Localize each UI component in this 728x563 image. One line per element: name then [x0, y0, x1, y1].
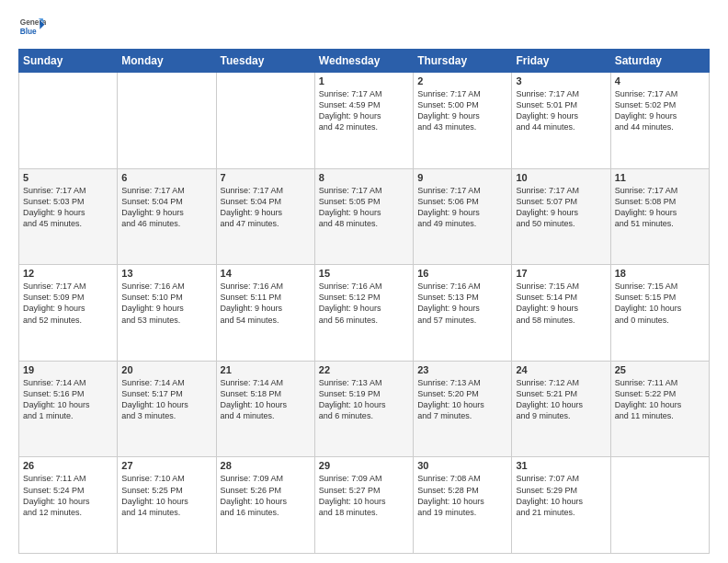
- calendar-week-row: 12Sunrise: 7:17 AM Sunset: 5:09 PM Dayli…: [19, 265, 710, 362]
- day-info: Sunrise: 7:11 AM Sunset: 5:22 PM Dayligh…: [615, 377, 705, 422]
- calendar-cell: [118, 73, 216, 169]
- day-number: 5: [23, 172, 113, 183]
- day-number: 26: [23, 460, 113, 471]
- calendar-cell: [610, 457, 709, 554]
- day-info: Sunrise: 7:10 AM Sunset: 5:25 PM Dayligh…: [121, 473, 211, 518]
- day-number: 22: [319, 364, 409, 375]
- day-info: Sunrise: 7:17 AM Sunset: 5:01 PM Dayligh…: [516, 88, 606, 133]
- calendar-cell: 17Sunrise: 7:15 AM Sunset: 5:14 PM Dayli…: [512, 265, 610, 362]
- day-info: Sunrise: 7:15 AM Sunset: 5:14 PM Dayligh…: [516, 281, 606, 326]
- header: General Blue: [18, 14, 710, 41]
- day-number: 7: [221, 172, 311, 183]
- calendar-cell: 31Sunrise: 7:07 AM Sunset: 5:29 PM Dayli…: [512, 457, 610, 554]
- calendar-week-row: 19Sunrise: 7:14 AM Sunset: 5:16 PM Dayli…: [19, 361, 710, 457]
- calendar-cell: 23Sunrise: 7:13 AM Sunset: 5:20 PM Dayli…: [414, 361, 512, 457]
- day-info: Sunrise: 7:12 AM Sunset: 5:21 PM Dayligh…: [516, 377, 606, 422]
- svg-text:Blue: Blue: [20, 27, 37, 36]
- calendar-cell: 25Sunrise: 7:11 AM Sunset: 5:22 PM Dayli…: [610, 361, 709, 457]
- day-info: Sunrise: 7:17 AM Sunset: 5:05 PM Dayligh…: [319, 185, 409, 230]
- day-info: Sunrise: 7:13 AM Sunset: 5:19 PM Dayligh…: [319, 377, 409, 422]
- weekday-header: Thursday: [414, 50, 512, 73]
- day-number: 15: [319, 268, 409, 279]
- day-number: 3: [516, 75, 606, 86]
- calendar-cell: 3Sunrise: 7:17 AM Sunset: 5:01 PM Daylig…: [512, 73, 610, 169]
- day-info: Sunrise: 7:17 AM Sunset: 5:09 PM Dayligh…: [23, 281, 113, 326]
- day-info: Sunrise: 7:09 AM Sunset: 5:26 PM Dayligh…: [221, 473, 311, 518]
- day-info: Sunrise: 7:17 AM Sunset: 5:03 PM Dayligh…: [23, 185, 113, 230]
- weekday-header: Wednesday: [314, 50, 413, 73]
- calendar-cell: 13Sunrise: 7:16 AM Sunset: 5:10 PM Dayli…: [118, 265, 216, 362]
- calendar-cell: 24Sunrise: 7:12 AM Sunset: 5:21 PM Dayli…: [512, 361, 610, 457]
- day-info: Sunrise: 7:17 AM Sunset: 5:00 PM Dayligh…: [417, 88, 507, 133]
- calendar-cell: 12Sunrise: 7:17 AM Sunset: 5:09 PM Dayli…: [19, 265, 118, 362]
- day-number: 21: [221, 364, 311, 375]
- day-number: 28: [221, 460, 311, 471]
- weekday-header: Sunday: [19, 50, 118, 73]
- day-number: 4: [615, 75, 705, 86]
- day-number: 27: [121, 460, 211, 471]
- day-info: Sunrise: 7:14 AM Sunset: 5:18 PM Dayligh…: [221, 377, 311, 422]
- day-info: Sunrise: 7:17 AM Sunset: 5:02 PM Dayligh…: [615, 88, 705, 133]
- day-info: Sunrise: 7:16 AM Sunset: 5:10 PM Dayligh…: [121, 281, 211, 326]
- day-info: Sunrise: 7:17 AM Sunset: 5:04 PM Dayligh…: [221, 185, 311, 230]
- calendar-cell: 29Sunrise: 7:09 AM Sunset: 5:27 PM Dayli…: [314, 457, 413, 554]
- day-number: 9: [417, 172, 507, 183]
- calendar-table: SundayMondayTuesdayWednesdayThursdayFrid…: [18, 49, 710, 554]
- calendar-cell: 16Sunrise: 7:16 AM Sunset: 5:13 PM Dayli…: [414, 265, 512, 362]
- calendar-cell: 15Sunrise: 7:16 AM Sunset: 5:12 PM Dayli…: [314, 265, 413, 362]
- page: General Blue SundayMondayTuesdayWednesda…: [0, 0, 728, 563]
- calendar-cell: [216, 73, 314, 169]
- day-info: Sunrise: 7:08 AM Sunset: 5:28 PM Dayligh…: [417, 473, 507, 518]
- calendar-cell: 21Sunrise: 7:14 AM Sunset: 5:18 PM Dayli…: [216, 361, 314, 457]
- day-number: 29: [319, 460, 409, 471]
- day-number: 17: [516, 268, 606, 279]
- day-number: 8: [319, 172, 409, 183]
- day-number: 11: [615, 172, 705, 183]
- day-info: Sunrise: 7:15 AM Sunset: 5:15 PM Dayligh…: [615, 281, 705, 326]
- day-info: Sunrise: 7:09 AM Sunset: 5:27 PM Dayligh…: [319, 473, 409, 518]
- day-number: 16: [417, 268, 507, 279]
- day-info: Sunrise: 7:17 AM Sunset: 5:08 PM Dayligh…: [615, 185, 705, 230]
- calendar-cell: 1Sunrise: 7:17 AM Sunset: 4:59 PM Daylig…: [314, 73, 413, 169]
- day-info: Sunrise: 7:14 AM Sunset: 5:16 PM Dayligh…: [23, 377, 113, 422]
- day-number: 14: [221, 268, 311, 279]
- calendar-header-row: SundayMondayTuesdayWednesdayThursdayFrid…: [19, 50, 710, 73]
- day-number: 12: [23, 268, 113, 279]
- calendar-cell: 2Sunrise: 7:17 AM Sunset: 5:00 PM Daylig…: [414, 73, 512, 169]
- day-number: 25: [615, 364, 705, 375]
- day-number: 1: [319, 75, 409, 86]
- logo: General Blue: [18, 14, 50, 41]
- calendar-cell: 9Sunrise: 7:17 AM Sunset: 5:06 PM Daylig…: [414, 168, 512, 265]
- calendar-cell: 28Sunrise: 7:09 AM Sunset: 5:26 PM Dayli…: [216, 457, 314, 554]
- calendar-cell: 22Sunrise: 7:13 AM Sunset: 5:19 PM Dayli…: [314, 361, 413, 457]
- day-number: 20: [121, 364, 211, 375]
- day-number: 10: [516, 172, 606, 183]
- calendar-cell: 8Sunrise: 7:17 AM Sunset: 5:05 PM Daylig…: [314, 168, 413, 265]
- day-info: Sunrise: 7:17 AM Sunset: 5:06 PM Dayligh…: [417, 185, 507, 230]
- calendar-cell: 10Sunrise: 7:17 AM Sunset: 5:07 PM Dayli…: [512, 168, 610, 265]
- weekday-header: Tuesday: [216, 50, 314, 73]
- weekday-header: Friday: [512, 50, 610, 73]
- day-info: Sunrise: 7:16 AM Sunset: 5:13 PM Dayligh…: [417, 281, 507, 326]
- calendar-cell: 26Sunrise: 7:11 AM Sunset: 5:24 PM Dayli…: [19, 457, 118, 554]
- weekday-header: Saturday: [610, 50, 709, 73]
- day-number: 24: [516, 364, 606, 375]
- day-number: 2: [417, 75, 507, 86]
- calendar-cell: 6Sunrise: 7:17 AM Sunset: 5:04 PM Daylig…: [118, 168, 216, 265]
- calendar-week-row: 26Sunrise: 7:11 AM Sunset: 5:24 PM Dayli…: [19, 457, 710, 554]
- day-info: Sunrise: 7:16 AM Sunset: 5:11 PM Dayligh…: [221, 281, 311, 326]
- day-info: Sunrise: 7:17 AM Sunset: 5:04 PM Dayligh…: [121, 185, 211, 230]
- calendar-cell: 7Sunrise: 7:17 AM Sunset: 5:04 PM Daylig…: [216, 168, 314, 265]
- day-number: 18: [615, 268, 705, 279]
- calendar-cell: 20Sunrise: 7:14 AM Sunset: 5:17 PM Dayli…: [118, 361, 216, 457]
- day-info: Sunrise: 7:07 AM Sunset: 5:29 PM Dayligh…: [516, 473, 606, 518]
- day-info: Sunrise: 7:17 AM Sunset: 4:59 PM Dayligh…: [319, 88, 409, 133]
- day-info: Sunrise: 7:16 AM Sunset: 5:12 PM Dayligh…: [319, 281, 409, 326]
- day-number: 23: [417, 364, 507, 375]
- day-info: Sunrise: 7:17 AM Sunset: 5:07 PM Dayligh…: [516, 185, 606, 230]
- calendar-week-row: 5Sunrise: 7:17 AM Sunset: 5:03 PM Daylig…: [19, 168, 710, 265]
- logo-icon: General Blue: [18, 14, 46, 41]
- day-info: Sunrise: 7:11 AM Sunset: 5:24 PM Dayligh…: [23, 473, 113, 518]
- calendar-cell: [19, 73, 118, 169]
- calendar-cell: 14Sunrise: 7:16 AM Sunset: 5:11 PM Dayli…: [216, 265, 314, 362]
